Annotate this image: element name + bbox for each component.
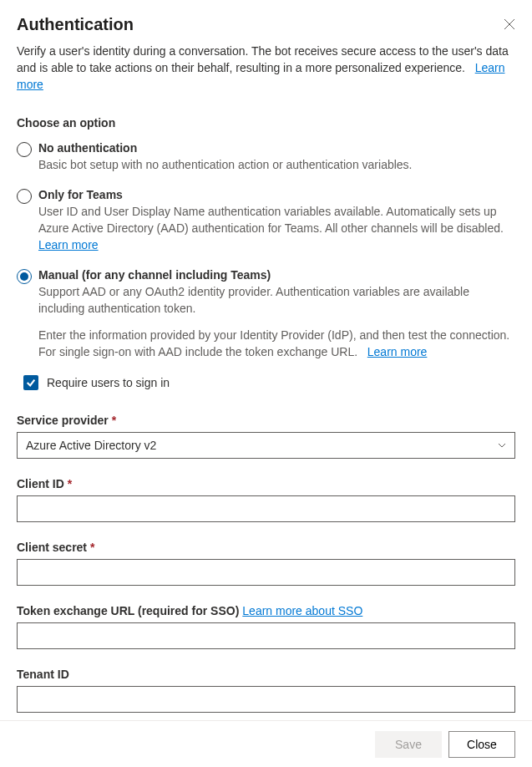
- checkbox-checked-icon[interactable]: [23, 375, 38, 390]
- radio-description: Support AAD or any OAuth2 identity provi…: [38, 283, 515, 317]
- field-label: Service provider *: [17, 414, 515, 427]
- field-service-provider: Service provider * Azure Active Director…: [17, 414, 515, 459]
- require-signin-label: Require users to sign in: [47, 376, 170, 389]
- tenant-id-input[interactable]: [17, 686, 515, 713]
- page-title: Authentication: [17, 15, 134, 34]
- radio-extra-info: Enter the information provided by your I…: [38, 327, 515, 360]
- panel-description: Verify a user's identity during a conver…: [17, 43, 515, 93]
- token-exchange-input[interactable]: [17, 622, 515, 649]
- close-button[interactable]: Close: [448, 731, 515, 758]
- radio-circle-icon[interactable]: [17, 142, 32, 157]
- radio-description: Basic bot setup with no authentication a…: [38, 156, 515, 173]
- sso-learn-more-link[interactable]: Learn more about SSO: [242, 604, 362, 617]
- field-client-secret: Client secret *: [17, 541, 515, 586]
- save-button[interactable]: Save: [375, 731, 442, 758]
- radio-option-manual[interactable]: Manual (for any channel including Teams)…: [17, 268, 515, 360]
- field-client-id: Client ID *: [17, 477, 515, 522]
- radio-title: Only for Teams: [38, 188, 515, 201]
- description-text: Verify a user's identity during a conver…: [17, 44, 509, 74]
- authentication-panel: Authentication Verify a user's identity …: [0, 0, 532, 720]
- field-label: Client secret *: [17, 541, 515, 554]
- radio-body: Only for Teams User ID and User Display …: [38, 188, 515, 253]
- choose-option-label: Choose an option: [17, 116, 515, 130]
- required-asterisk: *: [90, 541, 94, 554]
- manual-learn-more-link[interactable]: Learn more: [367, 345, 428, 358]
- field-label: Client ID *: [17, 477, 515, 490]
- required-asterisk: *: [112, 414, 116, 427]
- client-id-input[interactable]: [17, 495, 515, 522]
- radio-circle-icon[interactable]: [17, 269, 32, 284]
- field-label: Tenant ID: [17, 668, 515, 681]
- client-secret-input[interactable]: [17, 559, 515, 586]
- radio-circle-icon[interactable]: [17, 189, 32, 204]
- radio-title: Manual (for any channel including Teams): [38, 268, 515, 282]
- select-value[interactable]: Azure Active Directory v2: [17, 432, 515, 459]
- required-asterisk: *: [68, 477, 72, 490]
- field-tenant-id: Tenant ID: [17, 668, 515, 713]
- require-signin-checkbox-row[interactable]: Require users to sign in: [23, 375, 515, 390]
- radio-description: User ID and User Display Name authentica…: [38, 203, 515, 253]
- panel-header: Authentication: [17, 15, 515, 34]
- radio-title: No authentication: [38, 141, 515, 155]
- radio-body: No authentication Basic bot setup with n…: [38, 141, 515, 173]
- field-token-exchange: Token exchange URL (required for SSO) Le…: [17, 604, 515, 649]
- teams-learn-more-link[interactable]: Learn more: [38, 238, 99, 251]
- panel-footer: Save Close: [0, 720, 532, 767]
- radio-option-no-auth[interactable]: No authentication Basic bot setup with n…: [17, 141, 515, 173]
- close-icon[interactable]: [504, 18, 515, 30]
- field-label: Token exchange URL (required for SSO) Le…: [17, 604, 515, 617]
- radio-option-teams[interactable]: Only for Teams User ID and User Display …: [17, 188, 515, 253]
- service-provider-select[interactable]: Azure Active Directory v2: [17, 432, 515, 459]
- radio-body: Manual (for any channel including Teams)…: [38, 268, 515, 360]
